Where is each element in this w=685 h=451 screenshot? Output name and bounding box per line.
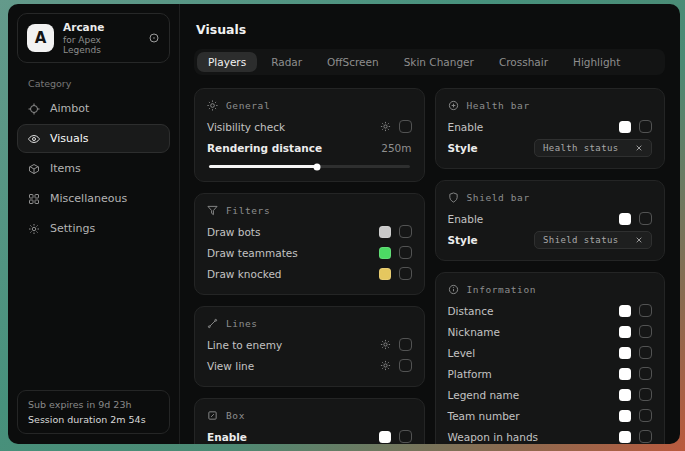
cube-icon xyxy=(28,163,40,175)
shield-style-value: Shield status xyxy=(543,235,619,245)
row-label: Legend name xyxy=(448,389,620,401)
visibility-check-checkbox[interactable] xyxy=(399,120,412,133)
settings-gear-icon[interactable] xyxy=(380,121,391,132)
row-label: Level xyxy=(448,347,620,359)
health-color-swatch[interactable] xyxy=(619,121,631,133)
box-enable-color-swatch[interactable] xyxy=(379,431,391,443)
health-enable-row: Enable xyxy=(448,116,653,137)
shield-color-swatch[interactable] xyxy=(619,213,631,225)
weapon-color-swatch[interactable] xyxy=(619,431,631,443)
distance-color-swatch[interactable] xyxy=(619,305,631,317)
nickname-color-swatch[interactable] xyxy=(619,326,631,338)
level-checkbox[interactable] xyxy=(639,346,652,359)
row-label: Enable xyxy=(448,213,620,225)
platform-checkbox[interactable] xyxy=(639,367,652,380)
category-label: Category xyxy=(28,78,170,89)
shield-enable-checkbox[interactable] xyxy=(639,212,652,225)
weapon-in-hands-checkbox[interactable] xyxy=(639,430,652,443)
platform-row: Platform xyxy=(448,363,653,384)
gear-icon xyxy=(28,223,40,235)
eye-icon xyxy=(28,133,40,145)
box-enable-checkbox[interactable] xyxy=(399,430,412,443)
sub-expiry-text: Sub expires in 9d 23h xyxy=(28,399,159,410)
distance-checkbox[interactable] xyxy=(639,304,652,317)
section-filters: Filters Draw bots Draw teammates xyxy=(194,193,425,295)
legend-name-checkbox[interactable] xyxy=(639,388,652,401)
slider-handle[interactable] xyxy=(314,163,321,170)
desktop-background: A Arcane for Apex Legends Category Aimbo… xyxy=(0,0,685,451)
row-label: Nickname xyxy=(448,326,620,338)
sidebar-item-label: Visuals xyxy=(50,132,89,145)
tab-crosshair[interactable]: Crosshair xyxy=(488,52,559,72)
sidebar-item-label: Miscellaneous xyxy=(50,192,127,205)
platform-color-swatch[interactable] xyxy=(619,368,631,380)
health-style-row: Style Health status xyxy=(448,137,653,158)
line-icon xyxy=(207,318,218,329)
team-number-checkbox[interactable] xyxy=(639,409,652,422)
draw-bots-row: Draw bots xyxy=(207,221,412,242)
section-general: General Visibility check xyxy=(194,88,425,182)
funnel-icon xyxy=(207,205,218,216)
legend-name-color-swatch[interactable] xyxy=(619,389,631,401)
tab-bar: Players Radar OffScreen Skin Changer Cro… xyxy=(194,49,665,75)
target-icon[interactable] xyxy=(148,32,160,44)
row-label: Visibility check xyxy=(207,121,380,133)
row-label: Enable xyxy=(448,121,620,133)
box-enable-row: Enable xyxy=(207,426,412,444)
sidebar-item-settings[interactable]: Settings xyxy=(17,214,170,243)
row-label: Weapon in hands xyxy=(448,431,620,443)
tab-players[interactable]: Players xyxy=(197,52,257,72)
draw-bots-color-swatch[interactable] xyxy=(379,226,391,238)
session-duration-text: Session duration 2m 54s xyxy=(28,414,159,425)
sidebar-nav: Aimbot Visuals Items xyxy=(17,94,170,243)
row-label: Style xyxy=(448,142,535,154)
health-style-select[interactable]: Health status xyxy=(534,139,652,157)
sidebar-item-visuals[interactable]: Visuals xyxy=(17,124,170,153)
draw-teammates-checkbox[interactable] xyxy=(399,246,412,259)
row-label: Platform xyxy=(448,368,620,380)
team-number-row: Team number xyxy=(448,405,653,426)
shield-icon xyxy=(448,192,459,203)
section-box: Box Enable Enable background xyxy=(194,398,425,444)
shield-enable-row: Enable xyxy=(448,208,653,229)
team-number-color-swatch[interactable] xyxy=(619,410,631,422)
section-title: Box xyxy=(226,410,245,421)
close-icon[interactable] xyxy=(635,144,643,152)
shield-style-select[interactable]: Shield status xyxy=(534,231,652,249)
sidebar-item-aimbot[interactable]: Aimbot xyxy=(17,94,170,123)
close-icon[interactable] xyxy=(635,236,643,244)
row-label: Distance xyxy=(448,305,620,317)
main-content: Visuals Players Radar OffScreen Skin Cha… xyxy=(180,4,680,444)
info-icon xyxy=(448,284,459,295)
sun-icon xyxy=(207,100,218,111)
tab-offscreen[interactable]: OffScreen xyxy=(316,52,390,72)
settings-gear-icon[interactable] xyxy=(380,360,391,371)
rendering-distance-slider[interactable] xyxy=(209,165,410,168)
sidebar-item-miscellaneous[interactable]: Miscellaneous xyxy=(17,184,170,213)
tab-radar[interactable]: Radar xyxy=(260,52,313,72)
draw-bots-checkbox[interactable] xyxy=(399,225,412,238)
grid-icon xyxy=(28,193,40,205)
line-to-enemy-row: Line to enemy xyxy=(207,334,412,355)
section-title: Filters xyxy=(226,205,270,216)
subscription-info-card: Sub expires in 9d 23h Session duration 2… xyxy=(17,390,170,434)
app-name: Arcane xyxy=(63,21,139,33)
draw-knocked-color-swatch[interactable] xyxy=(379,268,391,280)
nickname-checkbox[interactable] xyxy=(639,325,652,338)
legend-name-row: Legend name xyxy=(448,384,653,405)
row-label: Draw teammates xyxy=(207,247,379,259)
draw-teammates-color-swatch[interactable] xyxy=(379,247,391,259)
level-row: Level xyxy=(448,342,653,363)
app-logo: A xyxy=(27,24,54,52)
settings-gear-icon[interactable] xyxy=(380,339,391,350)
level-color-swatch[interactable] xyxy=(619,347,631,359)
view-line-checkbox[interactable] xyxy=(399,359,412,372)
line-to-enemy-checkbox[interactable] xyxy=(399,338,412,351)
health-enable-checkbox[interactable] xyxy=(639,120,652,133)
tab-highlight[interactable]: Highlight xyxy=(562,52,631,72)
section-title: General xyxy=(226,100,270,111)
view-line-row: View line xyxy=(207,355,412,376)
sidebar-item-items[interactable]: Items xyxy=(17,154,170,183)
draw-knocked-checkbox[interactable] xyxy=(399,267,412,280)
tab-skin-changer[interactable]: Skin Changer xyxy=(393,52,485,72)
